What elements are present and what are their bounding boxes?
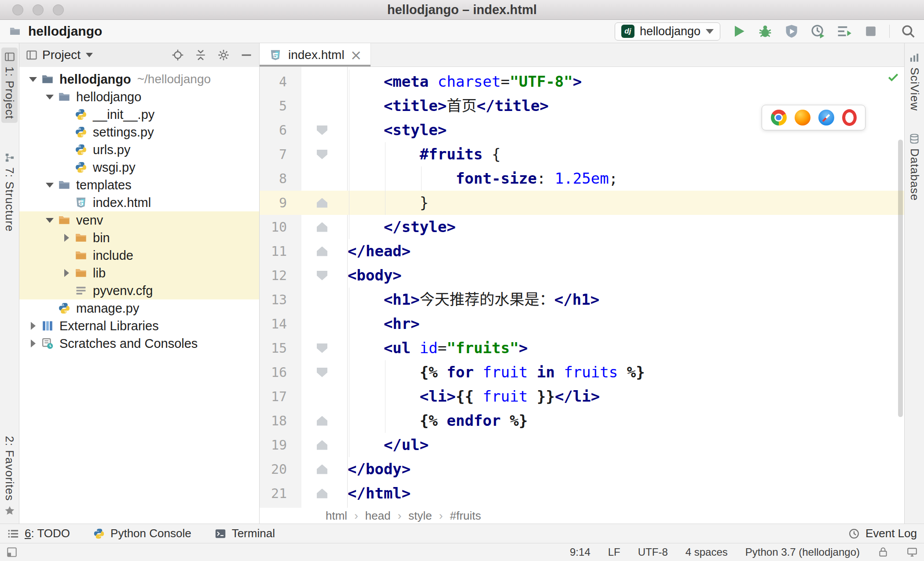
- collapsed-arrow-icon[interactable]: [59, 269, 74, 277]
- fold-marker-icon[interactable]: [312, 263, 332, 288]
- monitor-icon[interactable]: [906, 546, 918, 558]
- firefox-browser-icon[interactable]: [795, 110, 810, 125]
- file-encoding[interactable]: UTF-8: [638, 546, 668, 558]
- toolwindow-button-sciview[interactable]: SciView: [906, 48, 923, 114]
- tree-item-init-py[interactable]: __init__.py: [19, 106, 259, 123]
- opera-browser-icon[interactable]: [842, 109, 857, 126]
- tree-item-index-html[interactable]: index.html: [19, 194, 259, 211]
- profiler-button[interactable]: [810, 23, 826, 39]
- code-line-12[interactable]: 12<body>: [260, 263, 904, 288]
- code-line-9[interactable]: 9 }: [260, 191, 904, 215]
- collapsed-arrow-icon[interactable]: [26, 322, 40, 330]
- code-line-7[interactable]: 7 #fruits {: [260, 142, 904, 166]
- fold-marker-icon[interactable]: [312, 433, 332, 457]
- run-configurations-list-button[interactable]: [836, 23, 852, 39]
- line-number[interactable]: 8: [260, 166, 287, 191]
- line-number[interactable]: 16: [260, 360, 287, 384]
- code-line-8[interactable]: 8 font-size: 1.25em;: [260, 166, 904, 191]
- toolwindow-button-event-log[interactable]: Event Log: [848, 527, 917, 540]
- breadcrumb-item-style[interactable]: style: [408, 509, 432, 523]
- hide-panel-button[interactable]: [240, 48, 253, 62]
- settings-gear-icon[interactable]: [217, 48, 230, 62]
- fold-marker-icon[interactable]: [312, 215, 332, 239]
- line-number[interactable]: 5: [260, 94, 287, 118]
- tree-item-venv[interactable]: venv: [19, 211, 259, 229]
- fold-marker-icon[interactable]: [312, 360, 332, 384]
- close-tab-icon[interactable]: ×: [350, 48, 362, 62]
- code-line-10[interactable]: 10 </style>: [260, 215, 904, 239]
- tree-item-hellodjango[interactable]: hellodjango: [19, 88, 259, 106]
- line-number[interactable]: 12: [260, 263, 287, 288]
- fold-marker-icon[interactable]: [312, 191, 332, 215]
- fold-marker-icon[interactable]: [312, 409, 332, 433]
- lock-icon[interactable]: [877, 546, 889, 558]
- line-number[interactable]: 4: [260, 70, 287, 94]
- code-line-15[interactable]: 15 <ul id="fruits">: [260, 336, 904, 360]
- toolwindow-button-python-console[interactable]: Python Console: [93, 527, 191, 540]
- minimize-button[interactable]: [33, 4, 44, 15]
- tree-item-bin[interactable]: bin: [19, 229, 259, 247]
- fold-marker-icon[interactable]: [312, 142, 332, 166]
- fold-marker-icon[interactable]: [312, 457, 332, 481]
- search-everywhere-button[interactable]: [900, 23, 916, 39]
- expanded-arrow-icon[interactable]: [26, 77, 40, 82]
- tree-item-settings-py[interactable]: settings.py: [19, 123, 259, 141]
- fold-marker-icon[interactable]: [312, 481, 332, 506]
- tree-item-urls-py[interactable]: urls.py: [19, 141, 259, 159]
- code-line-13[interactable]: 13 <h1>今天推荐的水果是：</h1>: [260, 288, 904, 312]
- zoom-button[interactable]: [53, 4, 64, 15]
- line-number[interactable]: 10: [260, 215, 287, 239]
- inspections-ok-icon[interactable]: [887, 70, 900, 84]
- fold-marker-icon[interactable]: [312, 118, 332, 142]
- code-line-14[interactable]: 14 <hr>: [260, 312, 904, 336]
- fold-marker-icon[interactable]: [312, 239, 332, 263]
- toolwindow-button-structure[interactable]: 7: Structure: [1, 148, 18, 235]
- line-number[interactable]: 21: [260, 481, 287, 506]
- line-number[interactable]: 14: [260, 312, 287, 336]
- line-separator[interactable]: LF: [608, 546, 620, 558]
- locate-file-button[interactable]: [171, 48, 184, 62]
- editor-tab-index-html[interactable]: index.html ×: [260, 43, 371, 66]
- code-line-21[interactable]: 21</html>: [260, 481, 904, 506]
- tree-item-include[interactable]: include: [19, 247, 259, 264]
- python-interpreter[interactable]: Python 3.7 (hellodjango): [745, 546, 860, 558]
- code-line-17[interactable]: 17 <li>{{ fruit }}</li>: [260, 384, 904, 409]
- code-line-11[interactable]: 11</head>: [260, 239, 904, 263]
- collapsed-arrow-icon[interactable]: [59, 234, 74, 242]
- tree-item-external-libraries[interactable]: External Libraries: [19, 317, 259, 335]
- breadcrumb-item-fruits[interactable]: #fruits: [450, 509, 481, 523]
- run-configuration-select[interactable]: dj hellodjango: [615, 22, 720, 41]
- tree-item-wsgi-py[interactable]: wsgi.py: [19, 159, 259, 176]
- safari-browser-icon[interactable]: [818, 110, 834, 125]
- toolwindow-button-todo[interactable]: 6: TODO: [7, 527, 70, 540]
- code-line-18[interactable]: 18 {% endfor %}: [260, 409, 904, 433]
- toolwindow-button-terminal[interactable]: Terminal: [214, 527, 275, 540]
- toolwindow-button-favorites[interactable]: 2: Favorites: [1, 432, 18, 520]
- debug-button[interactable]: [757, 23, 773, 39]
- code-line-4[interactable]: 4 <meta charset="UTF-8">: [260, 70, 904, 94]
- toolwindow-button-database[interactable]: Database: [906, 129, 923, 204]
- expanded-arrow-icon[interactable]: [42, 218, 57, 223]
- code-line-16[interactable]: 16 {% for fruit in fruits %}: [260, 360, 904, 384]
- indent-style[interactable]: 4 spaces: [686, 546, 728, 558]
- stop-button[interactable]: [863, 23, 879, 39]
- tree-item-manage-py[interactable]: manage.py: [19, 299, 259, 317]
- toolwindow-button-project[interactable]: 1: Project: [1, 48, 18, 123]
- collapse-all-button[interactable]: [194, 48, 207, 62]
- run-button[interactable]: [731, 23, 747, 39]
- line-number[interactable]: 7: [260, 142, 287, 166]
- line-number[interactable]: 20: [260, 457, 287, 481]
- line-number[interactable]: 13: [260, 288, 287, 312]
- editor-scrollbar[interactable]: [898, 140, 903, 417]
- line-number[interactable]: 9: [260, 191, 287, 215]
- tree-item-pyvenv-cfg[interactable]: pyvenv.cfg: [19, 282, 259, 299]
- line-number[interactable]: 15: [260, 336, 287, 360]
- tree-item-scratches-and-consoles[interactable]: Scratches and Consoles: [19, 335, 259, 352]
- line-number[interactable]: 19: [260, 433, 287, 457]
- expanded-arrow-icon[interactable]: [42, 95, 57, 100]
- tree-item-hellodjango[interactable]: hellodjango~/hellodjango: [19, 70, 259, 88]
- tree-item-templates[interactable]: templates: [19, 176, 259, 194]
- line-number[interactable]: 11: [260, 239, 287, 263]
- fold-marker-icon[interactable]: [312, 336, 332, 360]
- chrome-browser-icon[interactable]: [771, 110, 787, 125]
